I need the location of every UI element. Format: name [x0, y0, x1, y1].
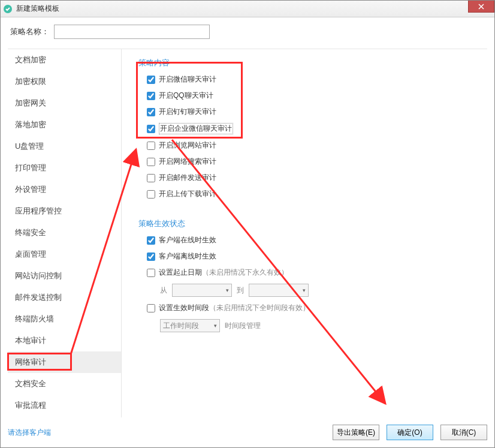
client-online-row: 客户端在线时生效 — [147, 235, 482, 245]
button-group: 导出策略(E) 确定(O) 取消(C) — [333, 425, 487, 440]
timeslot-manage-link[interactable]: 时间段管理 — [225, 321, 261, 331]
window-title: 新建策略模板 — [16, 4, 59, 14]
policy-checkbox[interactable] — [147, 92, 155, 100]
policy-check-row: 开启网络搜索审计 — [147, 157, 482, 167]
section-title-content: 策略内容 — [138, 58, 482, 68]
date-from-label: 从 — [160, 285, 167, 296]
timeslot-hint: （未启用情况下全时间段有效） — [209, 303, 310, 313]
content: 策略名称： 文档加密加密权限加密网关落地加密U盘管理打印管理外设管理应用程序管控… — [1, 17, 494, 447]
close-icon — [478, 4, 484, 10]
policy-checkbox[interactable] — [147, 174, 155, 182]
sidebar-item[interactable]: 本地审计 — [8, 330, 121, 351]
client-offline-row: 客户端离线时生效 — [147, 251, 482, 261]
sidebar-item[interactable]: 文档安全 — [8, 373, 121, 395]
sidebar-item[interactable]: 应用程序管控 — [8, 200, 121, 222]
sidebar-item[interactable]: 终端安全 — [8, 222, 121, 243]
export-button[interactable]: 导出策略(E) — [333, 425, 379, 440]
chevron-down-icon: ▾ — [226, 287, 229, 293]
policy-checkbox[interactable] — [147, 142, 155, 150]
policy-check-label: 开启邮件发送审计 — [159, 173, 216, 183]
chevron-down-icon: ▾ — [214, 323, 217, 329]
policy-check-row: 开启浏览网站审计 — [147, 140, 482, 151]
main-panel: 策略内容 开启微信聊天审计开启QQ聊天审计开启钉钉聊天审计开启企业微信聊天审计开… — [122, 49, 487, 417]
sidebar: 文档加密加密权限加密网关落地加密U盘管理打印管理外设管理应用程序管控终端安全桌面… — [8, 49, 122, 417]
sidebar-item[interactable]: 文档加密 — [8, 49, 121, 71]
timeslot-combo[interactable]: 工作时间段 ▾ — [160, 319, 220, 332]
client-offline-label: 客户端离线时生效 — [159, 251, 216, 261]
sidebar-item[interactable]: 桌面管理 — [8, 243, 121, 265]
sidebar-item[interactable]: 网络审计 — [8, 351, 121, 373]
date-from-input[interactable]: ▾ — [172, 284, 232, 297]
body: 文档加密加密权限加密网关落地加密U盘管理打印管理外设管理应用程序管控终端安全桌面… — [8, 49, 487, 417]
policy-check-label: 开启钉钉聊天审计 — [159, 107, 216, 117]
policy-check-row: 开启企业微信聊天审计 — [147, 123, 482, 134]
app-icon — [3, 4, 13, 14]
dialog-window: 新建策略模板 策略名称： 文档加密加密权限加密网关落地加密U盘管理打印管理外设管… — [0, 0, 495, 448]
client-online-checkbox[interactable] — [147, 236, 155, 245]
policy-check-row: 开启QQ聊天审计 — [147, 91, 482, 101]
chevron-down-icon: ▾ — [303, 287, 306, 293]
timeslot-combo-row: 工作时间段 ▾ 时间段管理 — [160, 319, 482, 332]
date-range-label: 设置起止日期 — [159, 267, 202, 278]
policy-name-row: 策略名称： — [8, 25, 487, 39]
policy-checkbox[interactable] — [147, 76, 155, 84]
policy-content-list: 开启微信聊天审计开启QQ聊天审计开启钉钉聊天审计开启企业微信聊天审计开启浏览网站… — [138, 74, 482, 199]
policy-name-label: 策略名称： — [10, 26, 49, 37]
policy-checkbox[interactable] — [147, 108, 155, 116]
sidebar-item[interactable]: 外设管理 — [8, 179, 121, 200]
footer: 请选择客户端 导出策略(E) 确定(O) 取消(C) — [8, 425, 487, 440]
timeslot-combo-value: 工作时间段 — [163, 321, 199, 331]
ok-button[interactable]: 确定(O) — [387, 425, 433, 440]
timeslot-row: 设置生效时间段 （未启用情况下全时间段有效） — [147, 303, 482, 313]
policy-check-label: 开启上传下载审计 — [159, 189, 216, 199]
date-to-input[interactable]: ▾ — [249, 284, 309, 297]
titlebar: 新建策略模板 — [1, 1, 494, 17]
date-to-label: 到 — [237, 285, 244, 296]
date-range-row: 设置起止日期 （未启用情况下永久有效） — [147, 267, 482, 278]
policy-check-label: 开启QQ聊天审计 — [159, 91, 213, 101]
client-offline-checkbox[interactable] — [147, 252, 155, 261]
client-online-label: 客户端在线时生效 — [159, 235, 216, 245]
sidebar-item[interactable]: 邮件发送控制 — [8, 287, 121, 308]
policy-check-row: 开启钉钉聊天审计 — [147, 107, 482, 117]
policy-check-label: 开启网络搜索审计 — [159, 157, 216, 167]
policy-check-label: 开启企业微信聊天审计 — [159, 123, 233, 134]
date-range-hint: （未启用情况下永久有效） — [202, 267, 288, 278]
close-button[interactable] — [468, 1, 494, 13]
policy-check-row: 开启上传下载审计 — [147, 189, 482, 199]
policy-check-row: 开启邮件发送审计 — [147, 173, 482, 183]
policy-checkbox[interactable] — [147, 190, 155, 199]
policy-checkbox[interactable] — [147, 158, 155, 166]
section-title-effect: 策略生效状态 — [138, 218, 482, 229]
sidebar-item[interactable]: U盘管理 — [8, 136, 121, 157]
policy-name-input[interactable] — [54, 25, 210, 39]
sidebar-item[interactable]: 加密权限 — [8, 71, 121, 92]
timeslot-label: 设置生效时间段 — [159, 303, 209, 313]
policy-checkbox[interactable] — [147, 125, 155, 133]
sidebar-item[interactable]: 落地加密 — [8, 114, 121, 136]
sidebar-item[interactable]: 打印管理 — [8, 157, 121, 179]
date-inputs-row: 从 ▾ 到 ▾ — [160, 284, 482, 297]
policy-check-label: 开启浏览网站审计 — [159, 140, 216, 151]
sidebar-item[interactable]: 网站访问控制 — [8, 265, 121, 287]
policy-check-row: 开启微信聊天审计 — [147, 74, 482, 85]
policy-check-label: 开启微信聊天审计 — [159, 74, 216, 85]
sidebar-item[interactable]: 终端防火墙 — [8, 308, 121, 330]
sidebar-item[interactable]: 加密网关 — [8, 92, 121, 114]
cancel-button[interactable]: 取消(C) — [440, 425, 487, 440]
select-client-link[interactable]: 请选择客户端 — [8, 428, 51, 438]
date-range-checkbox[interactable] — [147, 269, 155, 277]
timeslot-checkbox[interactable] — [147, 304, 155, 312]
sidebar-item[interactable]: 审批流程 — [8, 395, 121, 416]
